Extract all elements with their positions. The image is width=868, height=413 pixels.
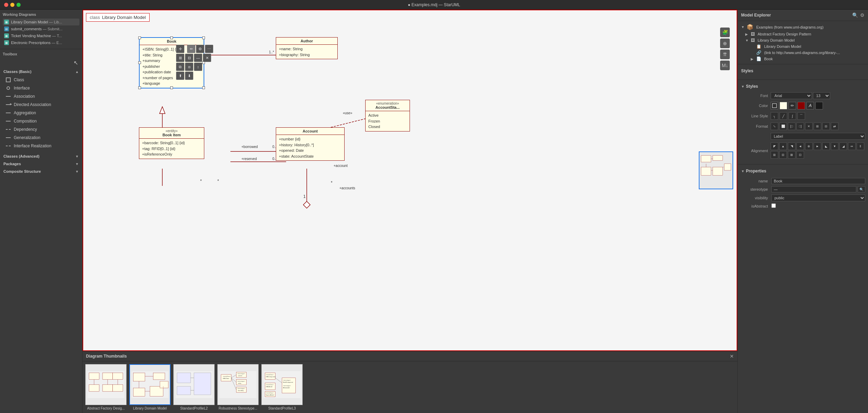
ftb-grid-btn[interactable]: ⊟: [185, 54, 193, 62]
ftb-dots-btn[interactable]: ⋯: [205, 45, 213, 53]
canvas[interactable]: classLibrary Domain Model 1..* +borrowed…: [83, 10, 737, 351]
bookitem-class[interactable]: «entity» Book Item +barcode: String[0..1…: [139, 127, 204, 159]
account-class[interactable]: Account +number {id} +history: History[0…: [276, 127, 345, 161]
edit-color-btn[interactable]: ✏: [789, 102, 796, 109]
tool-class[interactable]: Class: [3, 76, 79, 84]
diagram-item-library[interactable]: ▦ Library Domain Model — Lib...: [3, 19, 79, 25]
align-distribute-v[interactable]: ⇕: [857, 142, 864, 150]
font-size-select[interactable]: 13 10 12 14 16: [813, 92, 830, 99]
styles-header[interactable]: ▼ Styles: [740, 83, 865, 90]
align-center-top[interactable]: ▲: [779, 142, 787, 150]
ftb-add-btn[interactable]: ✛: [176, 45, 184, 53]
format-expand-btn[interactable]: ⊞: [814, 123, 821, 130]
thumbnail-standard-l3[interactable]: «metaClass» UMLComponent «metaClass» UML…: [261, 364, 303, 410]
ftb-edit-btn[interactable]: ✏: [187, 45, 195, 53]
section-classes-advanced[interactable]: Classes (Advanced) ▼: [3, 153, 79, 160]
tool-association[interactable]: Association: [3, 92, 79, 100]
cursor-icon[interactable]: ↖: [74, 60, 78, 66]
close-button[interactable]: [4, 3, 8, 7]
tool-interface-realization[interactable]: Interface Realization: [3, 142, 79, 150]
tree-library-domain[interactable]: ▼ 🖼 Library Domain Model: [740, 37, 866, 43]
share-icon-btn[interactable]: ⇈: [720, 50, 730, 59]
align-center-bot[interactable]: ▼: [831, 142, 838, 150]
thumbnail-library[interactable]: Library Domain Model: [129, 364, 171, 410]
ftb-copy-btn[interactable]: ⧉: [176, 63, 184, 71]
align-left-bot[interactable]: ◣: [822, 142, 830, 150]
ftb-table-btn[interactable]: ⊞: [176, 54, 184, 62]
tree-abstract-factory[interactable]: ▶ 🖼 Abstract Factory Design Pattern: [740, 31, 866, 37]
accountstate-class[interactable]: «enumeration» AccountSta... Active Froze…: [365, 100, 410, 131]
properties-header[interactable]: ▼ Properties: [740, 167, 865, 175]
align-right-bot[interactable]: ◢: [839, 142, 847, 150]
minimize-button[interactable]: [10, 3, 14, 7]
crosshair-icon-btn[interactable]: ⊕: [720, 39, 730, 48]
gear-icon[interactable]: ⚙: [860, 12, 865, 18]
linestyle-curved[interactable]: ∫: [789, 112, 796, 120]
puzzle-icon-btn[interactable]: 🧩: [720, 28, 730, 37]
markdown-icon-btn[interactable]: M↓: [720, 61, 730, 70]
section-classes-basic[interactable]: Classes (Basic) ▲: [3, 68, 79, 75]
tool-composition[interactable]: Composition: [3, 117, 79, 125]
align-right-mid[interactable]: ►: [814, 142, 821, 150]
fill-color-btn[interactable]: [780, 102, 787, 109]
font-color-btn[interactable]: A: [806, 102, 814, 109]
format-x-btn[interactable]: ✕: [805, 123, 813, 130]
format-select[interactable]: Label None: [771, 133, 865, 140]
section-composite[interactable]: Composite Structure ▼: [3, 168, 79, 175]
font-bg-color-btn[interactable]: [815, 102, 823, 109]
tool-dependency[interactable]: Dependency: [3, 125, 79, 134]
ftb-gear-btn[interactable]: ⚙: [196, 45, 204, 53]
font-select[interactable]: Arial Times New Roman Courier: [771, 92, 812, 99]
prop-abstract-checkbox[interactable]: [771, 203, 776, 208]
ftb-bottom-btn[interactable]: ⬇: [185, 72, 193, 80]
tree-book[interactable]: ▶ 📄 Book: [740, 56, 866, 62]
align-left-mid[interactable]: ◄: [796, 142, 804, 150]
ftb-split-btn[interactable]: ⧈: [185, 63, 193, 71]
diagram-item-electronic[interactable]: ▦ Electronic Prescriptions — E...: [3, 39, 79, 46]
thumbnail-robustness[interactable]: «metaClass» UMLClass «stereotype» contro…: [217, 364, 259, 410]
thumbnail-abstract-factory[interactable]: Abstract Factory Desig...: [85, 364, 127, 410]
align-left-top[interactable]: ◤: [771, 142, 778, 150]
ftb-move-btn[interactable]: ↕: [194, 63, 202, 71]
align-distribute-h[interactable]: ⇔: [848, 142, 856, 150]
align-extra-2[interactable]: ⊟: [779, 151, 787, 159]
align-extra-3[interactable]: ⊠: [788, 151, 795, 159]
tool-interface[interactable]: Interface: [3, 84, 79, 92]
prop-stereotype-search-btn[interactable]: 🔍: [858, 186, 865, 192]
fullscreen-button[interactable]: [17, 3, 21, 7]
thumbnails-close-btn[interactable]: ✕: [730, 353, 734, 359]
line-color-btn[interactable]: [798, 102, 805, 109]
tool-generalization[interactable]: Generalization: [3, 134, 79, 142]
format-left-bracket[interactable]: [□: [788, 123, 795, 130]
format-right-bracket[interactable]: □]: [796, 123, 804, 130]
diagram-item-ticket[interactable]: ▦ Ticket Vending Machine — T...: [3, 32, 79, 39]
ftb-top-btn[interactable]: ⬆: [176, 72, 184, 80]
ftb-minus-btn[interactable]: —: [194, 54, 202, 62]
align-extra-1[interactable]: ⊞: [771, 151, 778, 159]
tree-library-link[interactable]: 🔗 (link to http://www.uml-diagrams.org/l…: [740, 50, 866, 56]
linestyle-oblique[interactable]: ╱: [780, 112, 787, 120]
editors-header[interactable]: Styles: [740, 67, 865, 75]
align-center-mid[interactable]: ⊕: [805, 142, 813, 150]
tool-aggregation[interactable]: Aggregation: [3, 109, 79, 117]
diagram-item-submit[interactable]: ▤ submit_comments — Submit...: [3, 25, 79, 32]
format-collapse-btn[interactable]: ⊟: [822, 123, 830, 130]
ftb-x-btn[interactable]: ✕: [203, 54, 211, 62]
align-right-top[interactable]: ◥: [788, 142, 795, 150]
section-packages[interactable]: Packages ▼: [3, 160, 79, 167]
search-icon[interactable]: 🔍: [852, 12, 858, 18]
tool-directed-association[interactable]: Directed Association: [3, 100, 79, 109]
linestyle-rounded[interactable]: ⌒: [798, 112, 805, 120]
tree-library-domain-leaf[interactable]: 📋 Library Domain Model: [740, 43, 866, 50]
format-swap-btn[interactable]: ⇄: [831, 123, 838, 130]
linestyle-rectilinear[interactable]: ┐: [771, 112, 778, 120]
align-extra-4[interactable]: ⊡: [796, 151, 804, 159]
prop-visibility-select[interactable]: public private protected package: [771, 194, 865, 201]
prop-stereotype-input[interactable]: [771, 186, 856, 192]
border-color-btn[interactable]: [771, 102, 778, 109]
author-class[interactable]: Author +name: String +biography: String: [276, 37, 338, 59]
format-resize-btn[interactable]: ⤡: [771, 123, 778, 130]
prop-name-input[interactable]: [771, 178, 865, 184]
tree-root[interactable]: ▼ 📦 Examples (from www.uml-diagrams.org): [740, 23, 866, 31]
thumbnail-standard-l2[interactable]: StandardProfileL2: [173, 364, 215, 410]
